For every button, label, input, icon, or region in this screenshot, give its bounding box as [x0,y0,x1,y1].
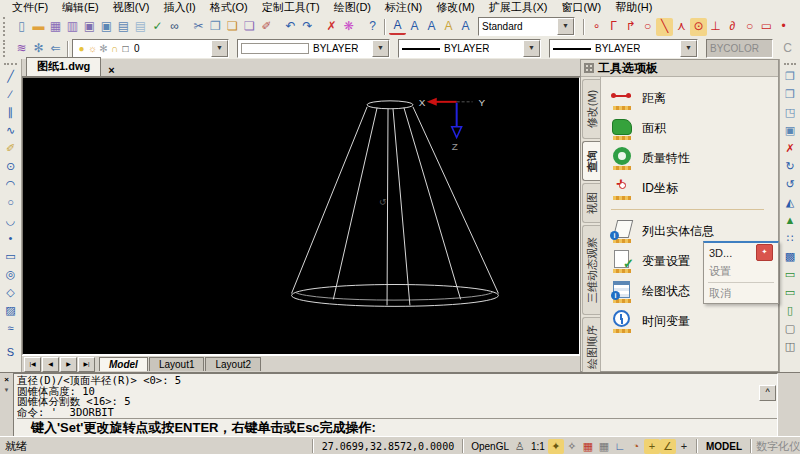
menu-item[interactable]: 窗口(W) [555,0,607,16]
open-file-icon[interactable]: ▬ [30,18,47,36]
linetype-combobox[interactable]: BYLAYER ▼ [398,39,541,58]
crosshair-icon[interactable]: + [676,439,692,454]
ortho-toggle-icon[interactable]: ▦ [580,439,596,454]
palette-tab[interactable]: 三维动态观察 [582,225,600,315]
construction-line-icon[interactable]: ∕ [3,86,19,104]
model-space-button[interactable]: MODEL [702,441,746,452]
ellipse-icon[interactable]: ○ [3,194,19,212]
lineweight-combobox[interactable]: BYLAYER ▼ [549,39,698,58]
text-style-icon[interactable]: A [389,18,406,35]
menu-item[interactable]: 定制工具(T) [256,0,326,16]
circle-icon[interactable]: ⊙ [3,158,19,176]
copy-icon[interactable]: ❐ [207,18,224,36]
paste-icon[interactable]: ❏ [224,18,241,36]
palette-item[interactable]: 质量特性 [609,143,778,173]
plot-icon[interactable]: ▣ [81,18,98,36]
center-snap-icon[interactable]: ⊙ [690,18,707,36]
stretch-icon[interactable]: ▣ [782,122,798,140]
extension-snap-icon[interactable]: ⋏ [673,18,690,36]
command-history[interactable]: 直径(D)/<顶面半径(R)> <0>: 5 圆锥体高度: 10 圆锥体分割数 … [13,373,778,437]
menu-item[interactable]: 修改(M) [430,0,481,16]
layout-nav-button[interactable]: ◀ [42,357,59,372]
toolbar-grip[interactable] [3,40,10,57]
copy-object-icon[interactable]: ❐ [782,68,798,86]
popup-item-settings[interactable]: 设置 [704,262,778,281]
save-all-icon[interactable]: ▥ [64,18,81,36]
slice-icon[interactable]: ▯ [782,302,798,320]
save-icon[interactable]: ▦ [47,18,64,36]
erase-object-icon[interactable]: ✗ [782,140,798,158]
popup-item-3d[interactable]: 3D... ✦ [704,243,778,262]
menu-item[interactable]: 扩展工具(X) [483,0,554,16]
array3d-icon[interactable]: ▩ [782,248,798,266]
close-icon[interactable]: × [105,64,117,76]
double-line-icon[interactable]: ∥ [3,104,19,122]
color-combobox[interactable]: BYLAYER ▼ [237,39,390,58]
palette-tab[interactable]: 查询 [582,141,600,181]
layout-tab[interactable]: Layout2 [205,357,261,371]
polar-toggle-icon[interactable]: ▦ [596,439,612,454]
sketch-icon[interactable]: ✐ [3,140,19,158]
quadrant-snap-icon[interactable]: ○ [741,18,758,36]
layer-manager-icon[interactable]: ≋ [13,40,30,58]
spline-icon[interactable]: S [3,344,19,362]
move-icon[interactable]: ◳ [782,104,798,122]
purge-icon[interactable]: ❋ [340,18,357,36]
perpendicular-snap-icon[interactable]: ⊥ [707,18,724,36]
command-scroll-up-button[interactable]: ^ [759,385,776,401]
text-find-icon[interactable]: A [457,18,474,36]
array-icon[interactable]: ∷ [782,230,798,248]
undo-icon[interactable]: ↶ [282,18,299,36]
palette-item[interactable]: 面积 [609,113,778,143]
print-preview-icon[interactable]: ▤ [115,18,132,36]
text-edit-icon[interactable]: A [440,18,457,36]
line-icon[interactable]: ╱ [3,68,19,86]
menu-item[interactable]: 插入(I) [157,0,201,16]
tool-palette-titlebar[interactable]: 工具选项板 [581,60,778,77]
user-view-icon[interactable]: ♙ [512,439,528,454]
polygon-icon[interactable]: ◇ [3,284,19,302]
layer-combobox[interactable]: ● ☼ ✻ ∩ □ 0 ▼ [72,39,229,58]
palette-tab[interactable]: 视图 [582,183,600,223]
chevron-down-icon[interactable]: ▼ [372,40,389,57]
scale-label[interactable]: 1:1 [528,441,548,452]
region-icon[interactable]: ▨ [3,302,19,320]
extrude-icon[interactable]: ▭ [782,266,798,284]
otrack-toggle-icon[interactable]: ◔ [628,439,644,454]
endpoint-snap-icon[interactable]: ↱ [622,18,639,36]
document-tab[interactable]: 图纸1.dwg [26,57,101,76]
popup-item-cancel[interactable]: 取消 [704,284,778,303]
paste-special-icon[interactable]: ❏ [241,18,258,36]
interfere-icon[interactable]: ◫ [782,338,798,356]
point-icon[interactable]: • [3,230,19,248]
layout-nav-button[interactable]: ▶ [60,357,77,372]
drawing-canvas[interactable]: ↺ X Y Z [22,77,580,355]
format-painter-icon[interactable]: ✐ [258,18,275,36]
snap-toggle-icon[interactable]: ✦ [548,439,564,454]
copy-multiple-icon[interactable]: ❒ [782,86,798,104]
grid-toggle-icon[interactable]: ✧ [564,439,580,454]
chevron-down-icon[interactable]: ▼ [680,40,697,57]
text-style-combobox[interactable]: Standard ▼ [478,17,575,36]
midpoint-snap-icon[interactable]: ○ [639,18,656,36]
cut-icon[interactable]: ✂ [190,18,207,36]
chevron-down-icon[interactable]: ▼ [523,40,540,57]
layout-tab[interactable]: Layout1 [149,357,205,371]
palette-item[interactable]: 时间变量 [609,306,778,336]
parallel-snap-icon[interactable]: ▭ [758,18,775,36]
mtext-icon[interactable]: A [406,18,423,36]
node-snap-icon[interactable]: • [775,18,792,36]
chevron-down-icon[interactable]: ▼ [4,386,10,395]
print-icon[interactable]: ▣ [98,18,115,36]
command-prompt[interactable]: 键入'Set'更改旋转点或按ENTER，右键单击或Esc完成操作: [17,418,777,436]
menu-item[interactable]: 编辑(E) [56,0,105,16]
chevron-down-icon[interactable]: ▼ [211,40,228,57]
palette-item[interactable]: ID坐标 [609,173,778,203]
dyn-ucs-toggle-icon[interactable]: + [644,439,660,454]
partial-toolbar-icon[interactable]: C [779,40,796,58]
layer-previous-icon[interactable]: ⇐ [47,40,64,58]
ucs-toggle-icon[interactable]: ∟ [612,439,628,454]
menu-item[interactable]: 文件(F) [6,0,54,16]
intersection-snap-icon[interactable]: ╲ [656,18,673,36]
menu-item[interactable]: 标注(N) [379,0,428,16]
